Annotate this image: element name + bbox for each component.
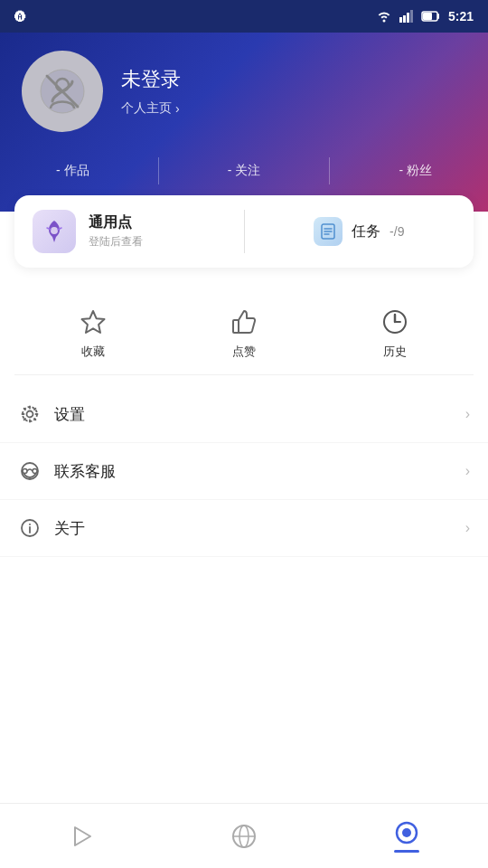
stat-fans[interactable]: - 粉丝 <box>399 163 432 179</box>
action-favorites[interactable]: 收藏 <box>79 307 108 360</box>
stat-divider-2 <box>329 157 330 184</box>
favorites-icon <box>79 307 108 336</box>
stat-divider-1 <box>158 157 159 184</box>
support-arrow: › <box>465 463 470 479</box>
points-icon <box>42 219 67 244</box>
task-icon <box>319 222 337 241</box>
actions-row: 收藏 点赞 历史 <box>0 282 488 374</box>
profile-section: 未登录 个人主页 › - 作品 - 关注 - 粉丝 <box>0 33 488 212</box>
bottom-nav <box>0 803 488 868</box>
likes-label: 点赞 <box>232 344 256 360</box>
svg-marker-27 <box>75 827 90 845</box>
action-likes[interactable]: 点赞 <box>230 307 258 360</box>
profile-link-label: 个人主页 <box>121 100 172 117</box>
svg-point-19 <box>27 411 33 418</box>
avatar[interactable] <box>22 51 103 132</box>
nav-play[interactable] <box>50 816 113 857</box>
stat-fans-label: - 粉丝 <box>399 163 432 179</box>
stats-row: - 作品 - 关注 - 粉丝 <box>22 146 466 184</box>
svg-rect-5 <box>423 13 432 20</box>
profile-link-arrow: › <box>175 101 180 116</box>
points-right[interactable]: 任务 -/9 <box>245 217 456 246</box>
favorites-label: 收藏 <box>81 344 105 360</box>
avatar-icon <box>40 69 85 114</box>
svg-point-23 <box>33 469 37 474</box>
svg-rect-2 <box>407 13 409 23</box>
svg-point-32 <box>402 828 411 837</box>
username: 未登录 <box>121 66 181 93</box>
settings-icon <box>18 402 42 426</box>
stat-works-label: - 作品 <box>56 163 89 179</box>
signal-icon <box>399 10 414 23</box>
svg-marker-14 <box>82 311 105 333</box>
menu-item-support[interactable]: 联系客服 › <box>0 443 488 500</box>
task-count: -/9 <box>389 224 404 239</box>
menu-item-settings[interactable]: 设置 › <box>0 386 488 443</box>
stat-following[interactable]: - 关注 <box>228 163 261 179</box>
about-icon <box>18 516 42 540</box>
play-icon <box>68 823 95 850</box>
about-arrow: › <box>465 520 470 536</box>
points-left[interactable]: 通用点 登陆后查看 <box>33 210 245 253</box>
points-card: 通用点 登陆后查看 任务 -/9 <box>14 195 474 268</box>
action-history[interactable]: 历史 <box>380 307 409 360</box>
likes-icon <box>230 307 258 336</box>
status-time: 5:21 <box>448 9 474 24</box>
support-icon <box>18 459 42 483</box>
svg-point-9 <box>51 227 58 234</box>
battery-icon <box>421 11 441 22</box>
wifi-icon <box>376 10 392 23</box>
points-icon-bg <box>33 210 76 253</box>
svg-point-22 <box>23 469 27 474</box>
task-icon-bg <box>314 217 343 246</box>
points-title: 通用点 <box>89 213 143 232</box>
svg-rect-0 <box>399 17 402 23</box>
stat-following-label: - 关注 <box>228 163 261 179</box>
svg-rect-1 <box>403 15 406 23</box>
menu-section: 设置 › 联系客服 › 关于 › <box>0 386 488 557</box>
stat-works[interactable]: - 作品 <box>56 163 89 179</box>
profile-top: 未登录 个人主页 › <box>22 51 466 132</box>
points-info: 通用点 登陆后查看 <box>89 213 143 250</box>
divider-1 <box>14 374 474 375</box>
nav-explore[interactable] <box>212 816 276 857</box>
app-icon: 🅐 <box>14 10 26 24</box>
task-label: 任务 <box>352 222 380 241</box>
history-icon <box>380 307 409 336</box>
settings-label: 设置 <box>54 404 465 425</box>
svg-point-26 <box>29 524 31 525</box>
settings-arrow: › <box>465 406 470 422</box>
profile-nav-icon <box>393 819 420 846</box>
svg-rect-15 <box>233 320 239 333</box>
support-label: 联系客服 <box>54 461 465 482</box>
svg-rect-3 <box>410 10 413 23</box>
points-subtitle: 登陆后查看 <box>89 234 143 250</box>
menu-item-about[interactable]: 关于 › <box>0 500 488 557</box>
nav-profile-underline <box>394 850 419 853</box>
nav-profile[interactable] <box>375 812 438 860</box>
about-label: 关于 <box>54 518 465 539</box>
profile-link[interactable]: 个人主页 › <box>121 100 181 117</box>
profile-info: 未登录 个人主页 › <box>121 66 181 117</box>
history-label: 历史 <box>383 344 407 360</box>
status-bar: 🅐 5:21 <box>0 0 488 33</box>
explore-icon <box>230 823 258 850</box>
